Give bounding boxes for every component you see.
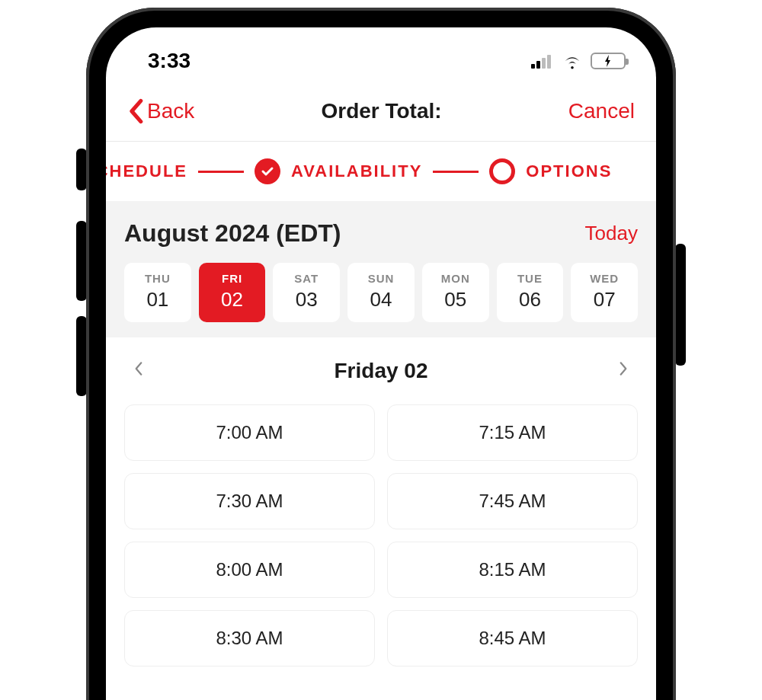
phone-volume-down [76, 316, 87, 396]
day-of-week: SAT [273, 272, 340, 285]
progress-stepper: SCHEDULE AVAILABILITY OPTIONS [106, 142, 656, 201]
day-of-week: MON [422, 272, 489, 285]
day-card[interactable]: MON05 [422, 263, 489, 322]
phone-volume-up [76, 221, 87, 301]
day-card[interactable]: SAT03 [273, 263, 340, 322]
stepper-connector [433, 171, 479, 173]
selected-day-title: Friday 02 [335, 359, 428, 383]
prev-day-button[interactable] [127, 360, 150, 382]
day-card[interactable]: TUE06 [497, 263, 564, 322]
cancel-button[interactable]: Cancel [568, 99, 635, 123]
days-row: THU01FRI02SAT03SUN04MON05TUE06WED07 [124, 263, 638, 322]
step-options[interactable]: OPTIONS [526, 161, 612, 181]
day-card[interactable]: SUN04 [347, 263, 415, 322]
empty-circle-icon [489, 158, 515, 184]
back-button[interactable]: Back [127, 98, 194, 124]
day-number: 03 [273, 288, 340, 312]
time-slots-grid: 7:00 AM7:15 AM7:30 AM7:45 AM8:00 AM8:15 … [106, 404, 656, 666]
phone-power-button [675, 244, 686, 366]
chevron-left-icon [133, 360, 144, 377]
time-slot[interactable]: 8:45 AM [387, 610, 638, 666]
day-number: 02 [199, 288, 266, 312]
battery-charging-icon [591, 53, 626, 69]
day-of-week: FRI [199, 272, 266, 285]
day-number: 01 [124, 288, 191, 312]
day-card[interactable]: THU01 [124, 263, 191, 322]
day-of-week: TUE [497, 272, 564, 285]
stepper-connector [198, 171, 244, 173]
time-slot[interactable]: 7:30 AM [124, 473, 375, 529]
day-of-week: SUN [347, 272, 415, 285]
next-day-button[interactable] [612, 360, 635, 382]
day-number: 04 [347, 288, 415, 312]
day-of-week: WED [571, 272, 638, 285]
time-slot[interactable]: 7:15 AM [387, 404, 638, 461]
time-slot[interactable]: 8:30 AM [124, 610, 375, 666]
time-slot[interactable]: 7:00 AM [124, 404, 375, 461]
back-label: Back [147, 99, 194, 123]
calendar-header: August 2024 (EDT) Today [124, 219, 638, 248]
today-button[interactable]: Today [585, 222, 638, 245]
step-schedule[interactable]: SCHEDULE [106, 161, 187, 181]
day-of-week: THU [124, 272, 191, 285]
page-title: Order Total: [321, 99, 441, 123]
day-card[interactable]: WED07 [571, 263, 638, 322]
chevron-left-icon [127, 98, 144, 124]
checkmark-circle-icon [255, 158, 280, 184]
day-card[interactable]: FRI02 [199, 263, 266, 322]
cellular-signal-icon [531, 53, 554, 69]
status-bar: 3:33 [106, 27, 656, 81]
calendar-section: August 2024 (EDT) Today THU01FRI02SAT03S… [106, 201, 656, 337]
day-number: 06 [497, 288, 564, 312]
step-availability[interactable]: AVAILABILITY [291, 161, 422, 181]
phone-side-button [76, 149, 87, 190]
day-number: 05 [422, 288, 489, 312]
status-icons [531, 53, 626, 69]
time-slot[interactable]: 7:45 AM [387, 473, 638, 529]
wifi-icon [562, 53, 583, 69]
chevron-right-icon [618, 360, 629, 377]
status-time: 3:33 [148, 49, 190, 73]
day-navigator: Friday 02 [106, 337, 656, 404]
time-slot[interactable]: 8:15 AM [387, 542, 638, 598]
time-slot[interactable]: 8:00 AM [124, 542, 375, 598]
calendar-month-title: August 2024 (EDT) [124, 219, 341, 248]
phone-frame: 3:33 Back Order Total: Cancel [86, 8, 676, 700]
nav-header: Back Order Total: Cancel [106, 81, 656, 142]
phone-screen: 3:33 Back Order Total: Cancel [106, 27, 656, 700]
day-number: 07 [571, 288, 638, 312]
